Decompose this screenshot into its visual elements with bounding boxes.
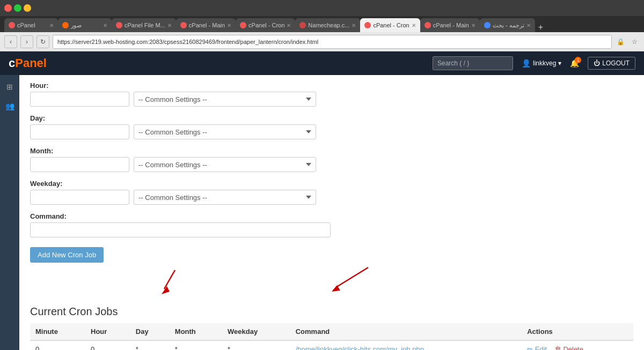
tab-close-button[interactable]: ✕	[526, 23, 531, 28]
back-button[interactable]: ‹	[4, 35, 17, 48]
svg-marker-1	[162, 286, 170, 294]
cell-hour: 0	[85, 340, 130, 350]
table-header-minute: Minute	[30, 323, 85, 340]
browser-tab[interactable]: ترجمه - بحث ✕	[480, 18, 535, 32]
tab-label: ترجمه - بحث	[493, 22, 524, 29]
cell-minute: 0	[30, 340, 85, 350]
reload-button[interactable]: ↻	[36, 35, 49, 48]
window-minimize-button[interactable]	[24, 4, 31, 12]
day-field-group: Day: -- Common Settings --Every Minute (…	[30, 114, 633, 139]
browser-tab[interactable]: cPanel - Cron ✕	[236, 18, 295, 32]
hour-select[interactable]: -- Common Settings --Every Minute (*)Eve…	[134, 92, 316, 107]
tab-favicon	[180, 22, 187, 28]
tab-label: cPanel - Main	[433, 22, 469, 28]
logout-icon: ⏻	[594, 59, 600, 67]
notification-badge: 1	[575, 57, 581, 63]
delete-button[interactable]: 🗑 Delete	[554, 345, 583, 350]
day-input[interactable]	[30, 124, 129, 139]
tab-label: cPanel File M...	[125, 22, 165, 28]
command-link[interactable]: /home/linkkveg/click-hits.com/my_job.php	[296, 345, 424, 350]
command-field-group: Command:	[30, 212, 633, 237]
cpanel-logo: cPanel	[9, 56, 47, 70]
chevron-down-icon: ▾	[558, 59, 561, 67]
window-maximize-button[interactable]	[14, 4, 21, 12]
tab-favicon	[299, 22, 306, 28]
forward-button[interactable]: ›	[20, 35, 33, 48]
tab-label: Namecheap.c...	[308, 22, 349, 28]
svg-line-2	[336, 267, 368, 287]
arrows-annotation	[30, 265, 406, 297]
sidebar: ⊞ 👥	[0, 75, 19, 350]
address-bar[interactable]	[53, 35, 612, 49]
tab-label: cPanel	[17, 22, 35, 28]
table-header-month: Month	[170, 323, 222, 340]
tab-close-button[interactable]: ✕	[352, 23, 356, 28]
add-cron-job-button[interactable]: Add New Cron Job	[30, 247, 104, 263]
tab-close-button[interactable]: ✕	[103, 23, 107, 28]
browser-tab[interactable]: cPanel - Cron ✕	[360, 18, 420, 32]
tab-favicon	[240, 22, 246, 28]
svg-line-0	[164, 270, 175, 289]
day-select[interactable]: -- Common Settings --Every Minute (*)Eve…	[134, 124, 316, 139]
browser-tab[interactable]: Namecheap.c... ✕	[295, 18, 360, 32]
notification-bell[interactable]: 🔔 1	[570, 59, 579, 68]
cell-day: *	[130, 340, 170, 350]
svg-marker-3	[332, 285, 340, 292]
table-header-actions: Actions	[522, 323, 633, 340]
month-field-group: Month: -- Common Settings --Every Minute…	[30, 147, 633, 172]
tab-close-button[interactable]: ✕	[412, 23, 416, 28]
weekday-field-group: Weekday: -- Common Settings --Every Minu…	[30, 180, 633, 205]
weekday-input[interactable]	[30, 190, 129, 205]
sidebar-users-icon[interactable]: 👥	[2, 99, 17, 114]
header-user-menu[interactable]: 👤 linkkveg ▾	[522, 59, 561, 68]
header-search-input[interactable]	[433, 56, 513, 70]
tab-favicon	[116, 22, 122, 28]
tab-favicon	[62, 22, 69, 28]
browser-toolbar: ‹ › ↻ 🔒 ☆	[0, 32, 644, 51]
table-header-day: Day	[130, 323, 170, 340]
cron-jobs-section-title: Current Cron Jobs	[30, 306, 633, 318]
browser-tabs: cPanel ✕ صور ✕ cPanel File M... ✕ cPanel…	[0, 16, 644, 32]
browser-tab[interactable]: cPanel - Main ✕	[420, 18, 480, 32]
month-input[interactable]	[30, 157, 129, 172]
browser-tab[interactable]: cPanel File M... ✕	[112, 18, 176, 32]
tab-favicon	[364, 22, 371, 28]
page-content: Hour: -- Common Settings --Every Minute …	[19, 75, 644, 350]
tab-close-button[interactable]: ✕	[227, 23, 231, 28]
window-close-button[interactable]	[4, 4, 12, 12]
browser-tab[interactable]: cPanel ✕	[4, 18, 58, 32]
month-label: Month:	[30, 147, 633, 155]
hour-label: Hour:	[30, 81, 633, 90]
bookmark-icon[interactable]: ☆	[629, 36, 640, 47]
month-select[interactable]: -- Common Settings --Every Minute (*)Eve…	[134, 157, 316, 172]
header-username: linkkveg	[533, 59, 556, 67]
tab-close-button[interactable]: ✕	[471, 23, 475, 28]
weekday-select[interactable]: -- Common Settings --Every Minute (*)Eve…	[134, 190, 316, 205]
hour-field-group: Hour: -- Common Settings --Every Minute …	[30, 81, 633, 107]
command-label: Command:	[30, 212, 633, 220]
tab-label: صور	[71, 22, 82, 29]
table-header-hour: Hour	[85, 323, 130, 340]
tab-label: cPanel - Cron	[248, 22, 284, 28]
sidebar-grid-icon[interactable]: ⊞	[2, 79, 17, 94]
cron-jobs-table: MinuteHourDayMonthWeekdayCommandActions …	[30, 323, 633, 350]
edit-button[interactable]: ✏ Edit	[527, 345, 547, 350]
browser-tab[interactable]: صور ✕	[58, 18, 112, 32]
command-input[interactable]	[30, 222, 331, 237]
tab-close-button[interactable]: ✕	[167, 23, 172, 28]
table-row: 00***/home/linkkveg/click-hits.com/my_jo…	[30, 340, 633, 350]
browser-tab[interactable]: cPanel - Main ✕	[176, 18, 236, 32]
tab-close-button[interactable]: ✕	[287, 23, 291, 28]
tab-close-button[interactable]: ✕	[49, 23, 54, 28]
table-header-command: Command	[290, 323, 522, 340]
tab-favicon	[9, 22, 15, 28]
tab-label: cPanel - Main	[189, 22, 225, 28]
tab-favicon	[484, 22, 491, 28]
logout-button[interactable]: ⏻ LOGOUT	[588, 57, 635, 70]
lock-icon: 🔒	[615, 36, 626, 47]
day-label: Day:	[30, 114, 633, 122]
hour-input[interactable]	[30, 92, 129, 107]
tab-label: cPanel - Cron	[373, 22, 409, 28]
weekday-label: Weekday:	[30, 180, 633, 188]
new-tab-button[interactable]: +	[535, 23, 546, 32]
